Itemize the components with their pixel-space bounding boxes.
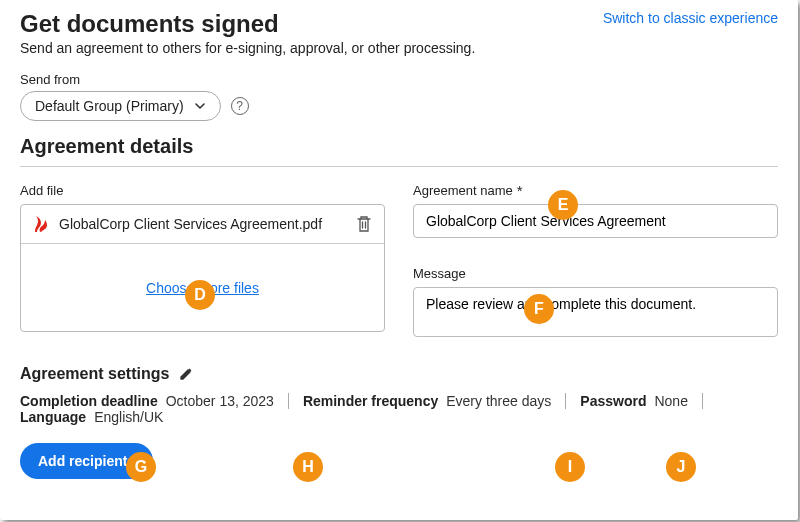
settings-row: Completion deadline October 13, 2023 Rem… [20,393,778,425]
info-icon[interactable]: ? [231,97,249,115]
setting-reminder-frequency: Reminder frequency Every three days [303,393,551,409]
add-recipients-button[interactable]: Add recipients [20,443,153,479]
file-name: GlobalCorp Client Services Agreement.pdf [59,216,356,232]
edit-settings-button[interactable] [179,367,193,381]
page-title: Get documents signed [20,10,475,38]
page-subtitle: Send an agreement to others for e-signin… [20,40,475,56]
send-from-value: Default Group (Primary) [35,98,184,114]
chevron-down-icon [194,100,206,112]
file-box: GlobalCorp Client Services Agreement.pdf… [20,204,385,332]
agreement-name-input[interactable] [413,204,778,238]
agreement-name-label: Agreement name [413,183,513,198]
required-asterisk-icon: * [517,183,523,198]
agreement-settings-heading: Agreement settings [20,365,169,383]
setting-completion-deadline: Completion deadline October 13, 2023 [20,393,274,409]
send-from-label: Send from [20,72,778,87]
message-label: Message [413,266,778,281]
vertical-divider [565,393,566,409]
choose-more-files-link[interactable]: Choose more files [146,280,259,296]
file-row: GlobalCorp Client Services Agreement.pdf [21,205,384,244]
add-file-label: Add file [20,183,385,198]
vertical-divider [702,393,703,409]
setting-language: Language English/UK [20,409,163,425]
annotation-badge-h: H [293,452,323,482]
section-divider [20,166,778,167]
send-from-dropdown[interactable]: Default Group (Primary) [20,91,221,121]
agreement-details-heading: Agreement details [20,135,778,158]
message-textarea[interactable] [413,287,778,337]
pdf-icon [33,215,49,233]
setting-password: Password None [580,393,688,409]
delete-file-button[interactable] [356,215,372,233]
annotation-badge-i: I [555,452,585,482]
switch-classic-link[interactable]: Switch to classic experience [603,10,778,26]
vertical-divider [288,393,289,409]
annotation-badge-j: J [666,452,696,482]
